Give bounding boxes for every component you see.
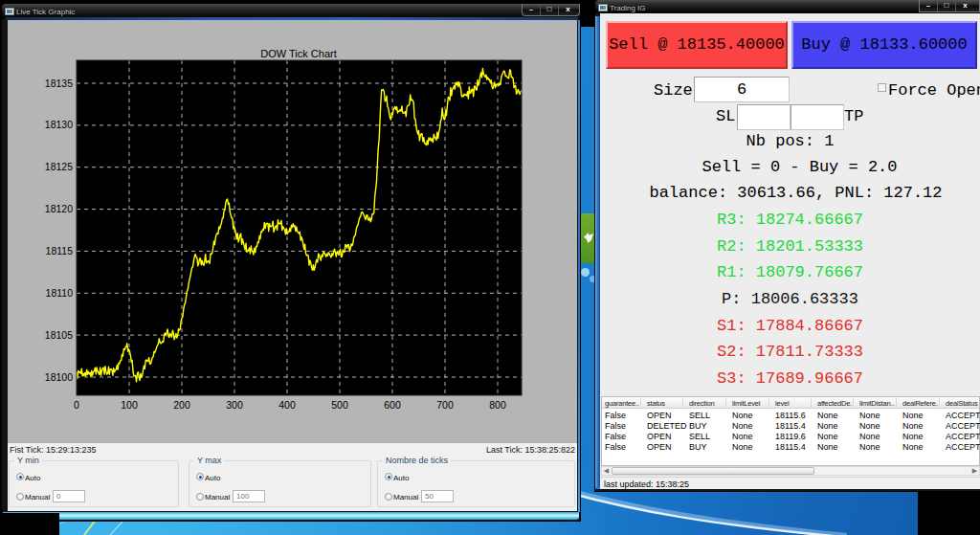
svg-text:18120: 18120 [45, 203, 73, 214]
svg-text:18105: 18105 [45, 329, 73, 341]
svg-text:600: 600 [384, 399, 401, 411]
svg-text:18130: 18130 [45, 119, 73, 130]
svg-text:100: 100 [121, 399, 138, 411]
svg-text:18110: 18110 [46, 287, 74, 299]
svg-text:18100: 18100 [45, 371, 73, 383]
svg-text:700: 700 [436, 399, 454, 411]
svg-text:18125: 18125 [45, 161, 73, 172]
svg-text:200: 200 [173, 399, 190, 411]
svg-text:0: 0 [74, 399, 79, 411]
svg-text:18135: 18135 [45, 78, 73, 89]
svg-text:400: 400 [278, 399, 296, 411]
svg-text:300: 300 [226, 399, 243, 411]
svg-text:800: 800 [489, 399, 506, 411]
svg-text:500: 500 [331, 399, 348, 411]
svg-text:DOW Tick Chart: DOW Tick Chart [260, 48, 336, 59]
svg-text:18115: 18115 [46, 245, 74, 256]
